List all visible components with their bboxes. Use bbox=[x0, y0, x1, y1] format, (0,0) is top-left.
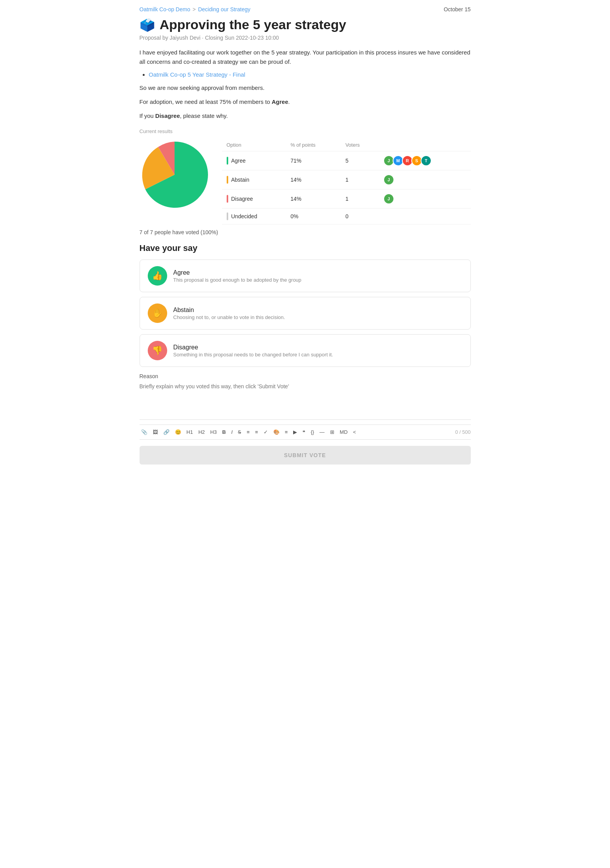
disagree-title: Disagree bbox=[173, 344, 333, 351]
strategy-link[interactable]: Oatmilk Co-op 5 Year Strategy - Final bbox=[149, 71, 245, 78]
result-percent-cell: 71% bbox=[286, 151, 341, 170]
vote-option-agree[interactable]: 👍AgreeThis proposal is good enough to be… bbox=[140, 260, 471, 292]
vote-summary: 7 of 7 people have voted (100%) bbox=[140, 229, 471, 235]
col-voters: Voters bbox=[341, 140, 378, 151]
result-voters-cell: 1 bbox=[341, 170, 378, 189]
toolbar-code[interactable]: {} bbox=[309, 428, 316, 436]
disagree-icon: 👎 bbox=[148, 341, 167, 360]
toolbar-check[interactable]: ✓ bbox=[262, 428, 269, 436]
body-para1: I have enjoyed facilitating our work tog… bbox=[140, 48, 471, 67]
reason-textarea[interactable] bbox=[140, 382, 471, 414]
result-voters-cell: 5 bbox=[341, 151, 378, 170]
vote-option-abstain[interactable]: ✋AbstainChoosing not to, or unable to vo… bbox=[140, 297, 471, 330]
result-percent-cell: 14% bbox=[286, 189, 341, 209]
title-icon: 🗳️ bbox=[140, 18, 155, 32]
result-avatars-cell: JMRST bbox=[379, 151, 471, 170]
pie-chart bbox=[140, 140, 210, 210]
result-avatars-cell: J bbox=[379, 189, 471, 209]
col-percent: % of points bbox=[286, 140, 341, 151]
results-table: Option % of points Voters Agree71%5JMRST… bbox=[222, 140, 471, 224]
toolbar-image[interactable]: 🖼 bbox=[151, 428, 159, 436]
results-container: Option % of points Voters Agree71%5JMRST… bbox=[140, 140, 471, 224]
body-para4: If you Disagree, please state why. bbox=[140, 111, 471, 121]
toolbar-align[interactable]: ≡ bbox=[283, 428, 290, 436]
breadcrumb-home-link[interactable]: Oatmilk Co-op Demo bbox=[140, 6, 191, 12]
link-list: Oatmilk Co-op 5 Year Strategy - Final bbox=[149, 71, 471, 78]
results-label: Current results bbox=[140, 128, 471, 134]
proposal-meta: Proposal by Jaiyush Devi · Closing Sun 2… bbox=[140, 35, 471, 41]
page-title-row: 🗳️ Approving the 5 year strategy bbox=[140, 17, 471, 32]
result-percent-cell: 14% bbox=[286, 170, 341, 189]
breadcrumb-current: Deciding our Strategy bbox=[198, 6, 250, 12]
submit-vote-button[interactable]: SUBMIT VOTE bbox=[140, 446, 471, 465]
result-voters-cell: 1 bbox=[341, 189, 378, 209]
col-option: Option bbox=[222, 140, 286, 151]
result-avatars-cell bbox=[379, 209, 471, 224]
have-your-say-heading: Have your say bbox=[140, 243, 471, 253]
breadcrumb-date: October 15 bbox=[444, 6, 470, 12]
toolbar-link[interactable]: 🔗 bbox=[162, 428, 171, 436]
breadcrumb: Oatmilk Co-op Demo > Deciding our Strate… bbox=[140, 0, 471, 17]
toolbar-h3[interactable]: H3 bbox=[209, 428, 218, 436]
toolbar-ul[interactable]: ≡ bbox=[245, 428, 251, 436]
agree-desc: This proposal is good enough to be adopt… bbox=[173, 277, 302, 283]
toolbar-h1[interactable]: H1 bbox=[185, 428, 195, 436]
reason-label: Reason bbox=[140, 373, 471, 379]
editor-toolbar: 📎 🖼 🔗 😊 H1 H2 H3 B I S̶ ≡ ≡ ✓ 🎨 ≡ ▶ ❝ {}… bbox=[140, 424, 471, 440]
table-row: Undecided0%0 bbox=[222, 209, 471, 224]
toolbar-ol[interactable]: ≡ bbox=[253, 428, 260, 436]
body-para2: So we are now seeking approval from memb… bbox=[140, 83, 471, 93]
result-option-cell: Abstain bbox=[222, 170, 286, 189]
page-title: Approving the 5 year strategy bbox=[160, 17, 346, 32]
body-para3-bold: Agree bbox=[272, 98, 288, 105]
table-row: Disagree14%1J bbox=[222, 189, 471, 209]
toolbar-strikethrough[interactable]: S̶ bbox=[236, 428, 243, 436]
toolbar-md[interactable]: MD bbox=[338, 428, 349, 436]
table-row: Agree71%5JMRST bbox=[222, 151, 471, 170]
abstain-icon: ✋ bbox=[148, 303, 167, 323]
vote-options-container: 👍AgreeThis proposal is good enough to be… bbox=[140, 260, 471, 367]
abstain-desc: Choosing not to, or unable to vote in th… bbox=[173, 314, 285, 320]
agree-title: Agree bbox=[173, 269, 302, 276]
toolbar-quote[interactable]: ❝ bbox=[301, 428, 307, 436]
result-voters-cell: 0 bbox=[341, 209, 378, 224]
disagree-desc: Something in this proposal needs to be c… bbox=[173, 352, 333, 358]
result-option-cell: Undecided bbox=[222, 209, 286, 224]
char-count: 0 / 500 bbox=[455, 429, 471, 435]
body-para3-end: . bbox=[288, 98, 290, 105]
toolbar-video[interactable]: ▶ bbox=[292, 428, 299, 436]
breadcrumb-separator: > bbox=[192, 6, 196, 12]
body-para4-bold: Disagree bbox=[155, 112, 180, 119]
table-row: Abstain14%1J bbox=[222, 170, 471, 189]
editor-divider bbox=[140, 419, 471, 420]
body-para4-end: , please state why. bbox=[180, 112, 228, 119]
result-avatars-cell: J bbox=[379, 170, 471, 189]
toolbar-collapse[interactable]: < bbox=[351, 428, 358, 436]
toolbar-hr[interactable]: — bbox=[318, 428, 326, 436]
toolbar-table[interactable]: ⊞ bbox=[329, 428, 336, 436]
toolbar-h2[interactable]: H2 bbox=[197, 428, 206, 436]
result-option-cell: Disagree bbox=[222, 189, 286, 209]
result-percent-cell: 0% bbox=[286, 209, 341, 224]
toolbar-bold[interactable]: B bbox=[220, 428, 227, 436]
body-para4-start: If you bbox=[140, 112, 156, 119]
toolbar-italic[interactable]: I bbox=[230, 428, 234, 436]
agree-icon: 👍 bbox=[148, 266, 167, 286]
toolbar-emoji[interactable]: 😊 bbox=[173, 428, 183, 436]
toolbar-attachment[interactable]: 📎 bbox=[140, 428, 149, 436]
vote-option-disagree[interactable]: 👎DisagreeSomething in this proposal need… bbox=[140, 334, 471, 367]
body-para3-text: For adoption, we need at least 75% of me… bbox=[140, 98, 272, 105]
toolbar-color[interactable]: 🎨 bbox=[272, 428, 281, 436]
abstain-title: Abstain bbox=[173, 307, 285, 314]
body-para3: For adoption, we need at least 75% of me… bbox=[140, 97, 471, 107]
result-option-cell: Agree bbox=[222, 151, 286, 170]
